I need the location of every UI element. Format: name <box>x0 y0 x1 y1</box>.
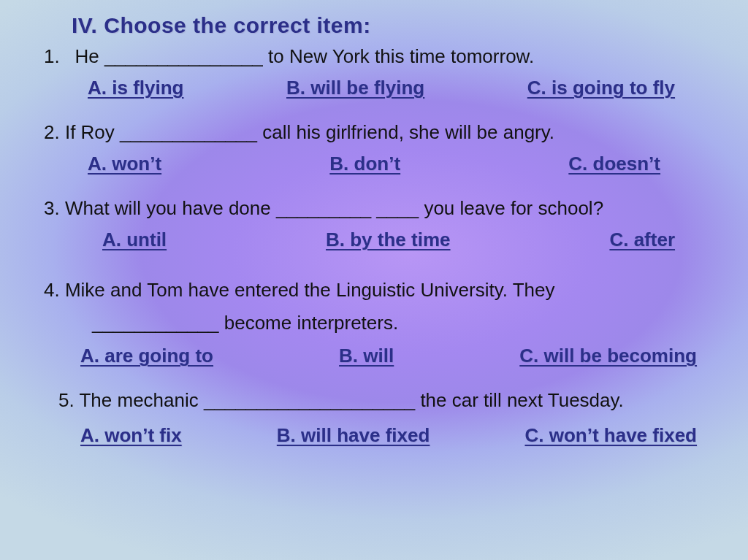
q2-option-b[interactable]: B. don’t <box>329 153 400 175</box>
question-4-options: A. are going to B. will C. will be becom… <box>44 345 704 367</box>
question-3-options: A. until B. by the time C. after <box>44 229 704 251</box>
q1-option-b[interactable]: B. will be flying <box>286 77 424 99</box>
q5-option-c[interactable]: C. won’t have fixed <box>525 424 698 447</box>
question-1-options: A. is flying B. will be flying C. is goi… <box>44 77 704 99</box>
q1-option-c[interactable]: C. is going to fly <box>527 77 675 99</box>
question-2: 2. If Roy _____________ call his girlfri… <box>44 120 704 145</box>
question-4-number: 4. <box>44 279 60 301</box>
q5-option-a[interactable]: A. won’t fix <box>80 424 182 447</box>
question-3-number: 3. <box>44 197 60 219</box>
q4-option-a[interactable]: A. are going to <box>80 345 213 367</box>
q4-option-c[interactable]: C. will be becoming <box>519 345 697 367</box>
question-4: 4. Mike and Tom have entered the Linguis… <box>44 277 704 303</box>
question-3-text: What will you have done _________ ____ y… <box>65 197 603 219</box>
question-5-number: 5. <box>58 389 75 411</box>
q3-option-c[interactable]: C. after <box>609 229 675 251</box>
q3-option-a[interactable]: A. until <box>102 229 167 251</box>
question-2-number: 2. <box>44 121 60 143</box>
question-1: 1. He _______________ to New York this t… <box>44 44 704 69</box>
question-5-options: A. won’t fix B. will have fixed C. won’t… <box>44 424 704 447</box>
q4-option-b[interactable]: B. will <box>339 345 394 367</box>
question-5-text: The mechanic ____________________ the ca… <box>79 389 623 411</box>
question-3: 3. What will you have done _________ ___… <box>44 196 704 221</box>
question-2-options: A. won’t B. don’t C. doesn’t <box>44 153 704 175</box>
question-5: 5. The mechanic ____________________ the… <box>58 388 704 413</box>
q2-option-c[interactable]: C. doesn’t <box>568 153 660 175</box>
q5-option-b[interactable]: B. will have fixed <box>277 424 430 447</box>
question-1-text: He _______________ to New York this time… <box>75 45 534 67</box>
q1-option-a[interactable]: A. is flying <box>88 77 183 99</box>
q3-option-b[interactable]: B. by the time <box>326 229 450 251</box>
q2-option-a[interactable]: A. won’t <box>88 153 161 175</box>
question-2-text: If Roy _____________ call his girlfriend… <box>65 121 554 143</box>
question-4-cont: ____________ become interpreters. <box>92 310 704 336</box>
question-1-number: 1. <box>44 44 64 69</box>
section-heading: IV. Choose the correct item: <box>72 13 704 38</box>
question-4-text-line1: Mike and Tom have entered the Linguistic… <box>65 279 555 301</box>
